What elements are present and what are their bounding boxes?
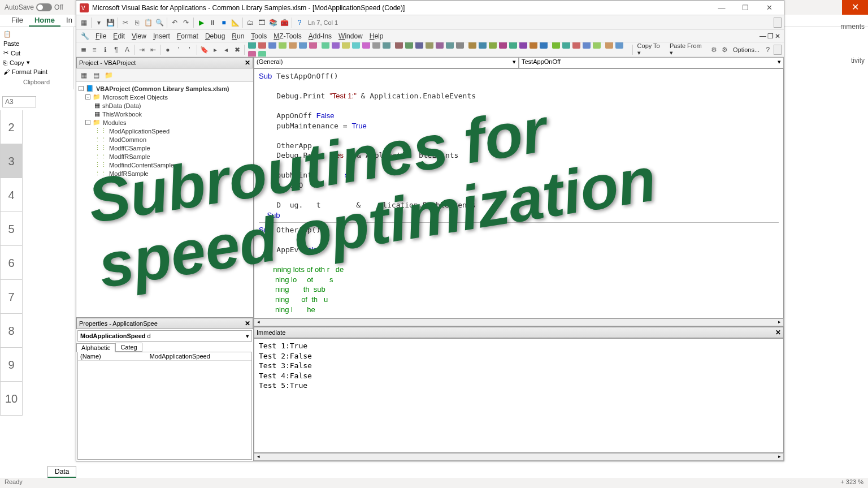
mz-tools-icon[interactable]: 🔧 <box>80 31 90 41</box>
tree-root[interactable]: - 📘 VBAProject (Common Library Samples.x… <box>79 84 251 93</box>
code-hscrollbar[interactable]: ◂ ▸ <box>254 318 784 326</box>
insert-icon[interactable]: ▾ <box>94 18 104 28</box>
mz-tool-icon[interactable] <box>361 42 371 50</box>
options-button[interactable]: Options... <box>731 46 762 53</box>
mz-tool-icon[interactable] <box>341 42 351 50</box>
project-explorer-icon[interactable]: 🗂 <box>245 18 255 28</box>
list-properties-icon[interactable]: ≣ <box>79 45 88 55</box>
mz-tool-icon[interactable] <box>414 42 424 50</box>
properties-title[interactable]: Properties - ApplicationSpee ✕ <box>76 318 253 329</box>
tree-sheet[interactable]: ▦ ThisWorkbook <box>79 110 251 118</box>
mz-tool-icon[interactable] <box>551 42 561 50</box>
mz-tool-icon[interactable] <box>561 42 571 50</box>
tree-sheet[interactable]: ▦ shData (Data) <box>79 101 251 110</box>
list-constants-icon[interactable]: ≡ <box>89 45 99 55</box>
menu-run[interactable]: Run <box>228 31 248 41</box>
row-header[interactable]: 5 <box>0 212 23 246</box>
mz-tool-icon[interactable] <box>267 42 277 50</box>
mz-tool-icon[interactable] <box>351 42 361 50</box>
mz-tool-icon[interactable] <box>478 42 488 50</box>
mz-tool-icon[interactable] <box>592 42 602 50</box>
run-icon[interactable]: ▶ <box>196 18 206 28</box>
menu-mztools[interactable]: MZ-Tools <box>270 31 305 41</box>
toolbar2-overflow-icon[interactable] <box>774 45 782 55</box>
paste-icon[interactable]: 📋 <box>3 31 11 38</box>
mz-tool-icon[interactable] <box>257 50 267 58</box>
mz-tool-icon[interactable] <box>320 42 331 50</box>
mz-tool-icon[interactable] <box>614 42 624 50</box>
immediate-body[interactable]: Test 1:True Test 2:False Test 3:False Te… <box>254 338 784 453</box>
outdent-icon[interactable]: ⇤ <box>148 45 158 55</box>
view-excel-icon[interactable]: ▦ <box>79 18 89 28</box>
mz-tool-icon[interactable] <box>424 42 435 50</box>
maximize-button[interactable]: ☐ <box>734 2 757 14</box>
expand-icon[interactable]: - <box>85 94 90 100</box>
menu-debug[interactable]: Debug <box>202 31 228 41</box>
vba-titlebar[interactable]: V Microsoft Visual Basic for Application… <box>76 1 784 15</box>
mz-tool-icon[interactable] <box>277 42 288 50</box>
mz-tool-icon[interactable] <box>298 42 308 50</box>
row-header[interactable]: 9 <box>0 348 23 382</box>
paste-icon[interactable]: 📋 <box>143 18 153 28</box>
uncomment-icon[interactable]: ' <box>185 45 194 55</box>
redo-icon[interactable]: ↷ <box>181 18 191 28</box>
tree-module[interactable]: ⋮⋮ ModCommon <box>79 135 251 144</box>
menu-tools[interactable]: Tools <box>248 31 270 41</box>
toolbar-overflow-icon[interactable] <box>774 18 782 28</box>
help-icon[interactable]: ? <box>294 18 305 28</box>
mz-tool-icon[interactable] <box>455 42 465 50</box>
menu-window[interactable]: Window <box>335 31 366 41</box>
expand-icon[interactable]: - <box>85 120 90 125</box>
quick-info-icon[interactable]: ℹ <box>101 45 110 55</box>
project-close-icon[interactable]: ✕ <box>245 59 250 67</box>
comments-button[interactable]: mments <box>840 23 865 31</box>
tab-categorized[interactable]: Categ <box>115 343 142 352</box>
mz-tool-icon[interactable] <box>467 42 478 50</box>
immediate-title[interactable]: Immediate ✕ <box>254 327 784 338</box>
properties-grid[interactable]: (Name) ModApplicationSpeed <box>77 352 252 460</box>
mz-tool-icon[interactable] <box>247 50 257 58</box>
mz-opt1-icon[interactable]: ⚙ <box>709 45 718 55</box>
mdi-restore-button[interactable]: ❐ <box>767 32 774 40</box>
mz-tool-icon[interactable] <box>247 42 257 50</box>
row-header[interactable]: 6 <box>0 246 23 280</box>
object-combo[interactable]: (General)▾ <box>254 57 519 68</box>
prev-bookmark-icon[interactable]: ◂ <box>222 45 231 55</box>
parameter-info-icon[interactable]: ¶ <box>111 45 121 55</box>
complete-word-icon[interactable]: A <box>122 45 132 55</box>
mz-opt2-icon[interactable]: ⚙ <box>720 45 730 55</box>
row-header[interactable]: 2 <box>0 110 23 144</box>
procedure-combo[interactable]: TestAppOnOff▾ <box>519 57 784 68</box>
name-box[interactable] <box>2 96 36 107</box>
mz-tool-icon[interactable] <box>488 42 498 50</box>
indent-icon[interactable]: ⇥ <box>137 45 147 55</box>
menu-help[interactable]: Help <box>366 31 387 41</box>
mz-tool-icon[interactable] <box>331 42 341 50</box>
mz-tool-icon[interactable] <box>445 42 455 50</box>
reset-icon[interactable]: ■ <box>219 18 229 28</box>
paste-button[interactable]: Paste <box>2 39 71 48</box>
mz-tool-icon[interactable] <box>381 42 392 50</box>
format-painter-button[interactable]: 🖌 Format Paint <box>2 67 71 76</box>
immediate-hscrollbar[interactable]: ◂ ▸ <box>254 453 784 461</box>
tree-module[interactable]: ⋮⋮ ModfindContentSample <box>79 161 251 169</box>
mz-tool-icon[interactable] <box>257 42 267 50</box>
row-header[interactable]: 8 <box>0 314 23 348</box>
mz-tool-icon[interactable] <box>394 42 404 50</box>
tree-module[interactable]: ⋮⋮ ModffRSample <box>79 152 251 161</box>
save-icon[interactable]: 💾 <box>105 18 115 28</box>
mz-about-icon[interactable]: ? <box>763 45 772 55</box>
ribbon-tab-file[interactable]: File <box>6 15 29 27</box>
breakpoint-icon[interactable]: ● <box>163 45 172 55</box>
view-code-icon[interactable]: ▦ <box>79 70 89 80</box>
mdi-minimize-button[interactable]: — <box>760 32 766 40</box>
expand-icon[interactable]: - <box>79 86 84 91</box>
mz-tool-icon[interactable] <box>571 42 581 50</box>
tree-modules-folder[interactable]: - 📁 Modules <box>79 118 251 127</box>
mz-tool-icon[interactable] <box>581 42 592 50</box>
sheet-tab-data[interactable]: Data <box>47 466 76 478</box>
paste-from-button[interactable]: Paste From ▾ <box>667 42 708 57</box>
project-tree[interactable]: - 📘 VBAProject (Common Library Samples.x… <box>76 82 253 317</box>
mz-tool-icon[interactable] <box>528 42 539 50</box>
copy-to-button[interactable]: Copy To ▾ <box>635 42 666 57</box>
